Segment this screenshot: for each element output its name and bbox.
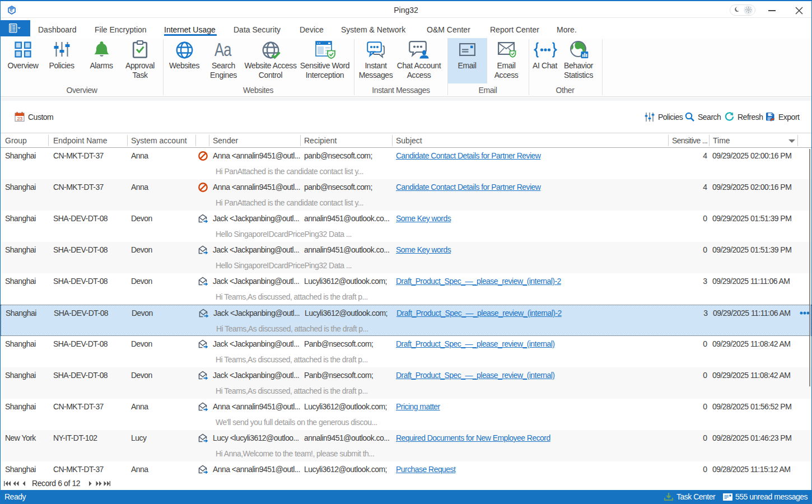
svg-text:23: 23 [17, 115, 22, 122]
